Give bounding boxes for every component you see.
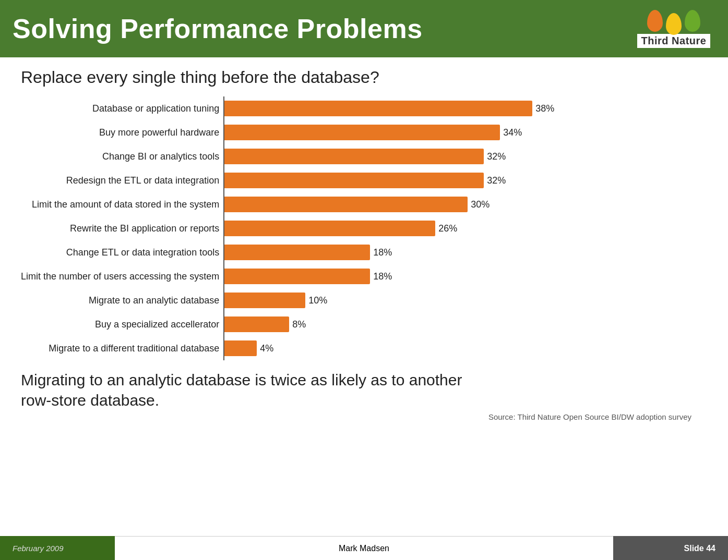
bar-label-7: Limit the number of users accessing the … <box>21 264 219 288</box>
bar-label-0: Database or application tuning <box>92 96 219 120</box>
bar-row-6: 18% <box>224 240 554 264</box>
bar-row-8: 10% <box>224 288 554 312</box>
bar-label-6: Change ETL or data integration tools <box>66 240 220 264</box>
bar-row-10: 4% <box>224 336 554 360</box>
chart-wrapper: Database or application tuningBuy more p… <box>21 96 707 360</box>
bar-value-8: 10% <box>308 295 327 306</box>
bar-fill-6 <box>224 245 370 260</box>
drop-orange-icon <box>647 10 663 32</box>
drop-yellow-icon <box>666 13 682 35</box>
chart-bars-area: 38%34%32%32%30%26%18%18%10%8%4% <box>223 96 554 360</box>
header-bar: Solving Performance Problems Third Natur… <box>0 0 728 57</box>
bar-fill-4 <box>224 197 468 212</box>
bar-value-2: 32% <box>487 151 506 162</box>
bar-fill-8 <box>224 293 305 308</box>
chart-labels: Database or application tuningBuy more p… <box>21 96 223 360</box>
bar-value-3: 32% <box>487 175 506 186</box>
bar-value-9: 8% <box>292 319 306 330</box>
logo-icon <box>647 10 700 32</box>
drop-green-icon <box>685 10 700 32</box>
bar-value-0: 38% <box>535 103 554 114</box>
bar-fill-1 <box>224 125 500 140</box>
bar-value-6: 18% <box>373 247 392 258</box>
bar-row-1: 34% <box>224 120 554 144</box>
bottom-author: Mark Madsen <box>339 544 389 553</box>
bottom-center: Mark Madsen <box>115 544 613 553</box>
bar-fill-10 <box>224 340 257 356</box>
bar-fill-0 <box>224 101 532 116</box>
bar-label-2: Change BI or analytics tools <box>102 144 219 168</box>
bar-fill-7 <box>224 269 370 284</box>
bar-row-0: 38% <box>224 96 554 120</box>
bar-fill-3 <box>224 173 484 188</box>
bottom-slide: Slide 44 <box>613 544 728 553</box>
main-content: Replace every single thing before the da… <box>0 57 728 427</box>
bar-value-4: 30% <box>471 199 490 210</box>
logo-area: Third Nature <box>632 10 715 48</box>
bar-value-1: 34% <box>503 127 522 138</box>
page-title: Solving Performance Problems <box>13 13 423 44</box>
bar-row-2: 32% <box>224 144 554 168</box>
bar-label-5: Rewrite the BI application or reports <box>70 216 219 240</box>
bar-label-1: Buy more powerful hardware <box>99 120 219 144</box>
bottom-bar: February 2009 Mark Madsen Slide 44 <box>0 536 728 560</box>
bar-label-9: Buy a specialized accellerator <box>95 312 219 336</box>
bar-fill-9 <box>224 316 289 332</box>
bar-row-7: 18% <box>224 264 554 288</box>
bar-value-10: 4% <box>260 343 273 354</box>
bar-row-9: 8% <box>224 312 554 336</box>
bar-label-3: Redesign the ETL or data integration <box>66 168 220 192</box>
bar-row-3: 32% <box>224 168 554 192</box>
bar-value-7: 18% <box>373 271 392 282</box>
subtitle: Replace every single thing before the da… <box>21 68 707 87</box>
source-line: Source: Third Nature Open Source BI/DW a… <box>21 412 707 421</box>
bar-fill-5 <box>224 221 435 236</box>
footer-text: Migrating to an analytic database is twi… <box>21 370 707 410</box>
bar-label-8: Migrate to an analytic database <box>89 288 219 312</box>
bar-row-4: 30% <box>224 192 554 216</box>
bar-label-4: Limit the amount of data stored in the s… <box>32 192 219 216</box>
bar-label-10: Migrate to a different traditional datab… <box>49 336 219 360</box>
bottom-date: February 2009 <box>0 544 115 553</box>
bar-row-5: 26% <box>224 216 554 240</box>
bar-value-5: 26% <box>438 223 457 234</box>
logo-text: Third Nature <box>637 34 711 48</box>
bar-fill-2 <box>224 149 484 164</box>
